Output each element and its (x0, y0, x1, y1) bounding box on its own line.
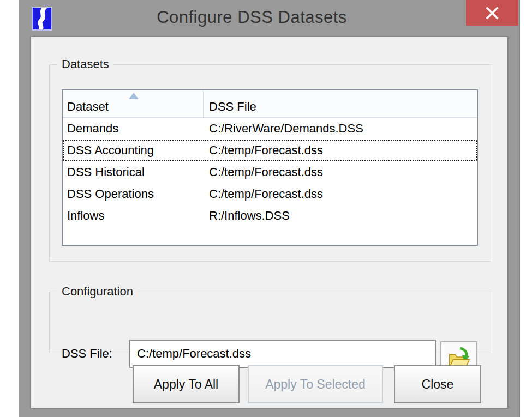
sort-ascending-icon (129, 93, 139, 99)
configuration-groupbox: Configuration DSS File: (49, 292, 491, 353)
dss-file-path: C:/temp/Forecast.dss (204, 187, 476, 201)
dss-file-path: C:/temp/Forecast.dss (204, 143, 476, 158)
table-row[interactable]: DSS Historical C:/temp/Forecast.dss (63, 161, 477, 183)
dataset-name: Demands (64, 122, 204, 136)
dataset-name: DSS Operations (64, 187, 204, 201)
dialog-content: Datasets Dataset DSS File Demands C:/Riv… (30, 36, 509, 409)
dss-file-path: C:/temp/Forecast.dss (204, 165, 476, 179)
dss-file-path: C:/RiverWare/Demands.DSS (204, 122, 476, 136)
close-button[interactable]: Close (394, 365, 481, 403)
apply-to-all-button[interactable]: Apply To All (133, 365, 240, 403)
dataset-name: DSS Accounting (64, 143, 204, 158)
apply-to-selected-button[interactable]: Apply To Selected (248, 365, 383, 403)
table-row[interactable]: DSS Operations C:/temp/Forecast.dss (63, 183, 477, 205)
configuration-group-label: Configuration (57, 285, 138, 299)
dss-file-label: DSS File: (62, 347, 112, 361)
close-icon (485, 6, 499, 20)
table-header: Dataset DSS File (63, 90, 477, 118)
table-body: Demands C:/RiverWare/Demands.DSS DSS Acc… (63, 118, 477, 227)
table-row[interactable]: Demands C:/RiverWare/Demands.DSS (63, 118, 477, 140)
table-row[interactable]: Inflows R:/Inflows.DSS (63, 205, 477, 227)
datasets-table[interactable]: Dataset DSS File Demands C:/RiverWare/De… (62, 89, 478, 246)
window-title: Configure DSS Datasets (19, 0, 520, 34)
dataset-name: DSS Historical (64, 165, 204, 179)
datasets-group-label: Datasets (57, 57, 113, 71)
dataset-name: Inflows (64, 209, 204, 223)
datasets-groupbox: Datasets Dataset DSS File Demands C:/Riv… (49, 64, 491, 262)
dialog-window: Configure DSS Datasets Datasets Dataset … (19, 0, 520, 417)
title-bar[interactable]: Configure DSS Datasets (19, 0, 520, 36)
dss-file-input[interactable] (129, 340, 436, 368)
column-header-dss-file[interactable]: DSS File (204, 90, 477, 117)
close-window-button[interactable] (466, 0, 518, 26)
table-row[interactable]: DSS Accounting C:/temp/Forecast.dss (63, 140, 477, 161)
dss-file-path: R:/Inflows.DSS (204, 209, 476, 223)
